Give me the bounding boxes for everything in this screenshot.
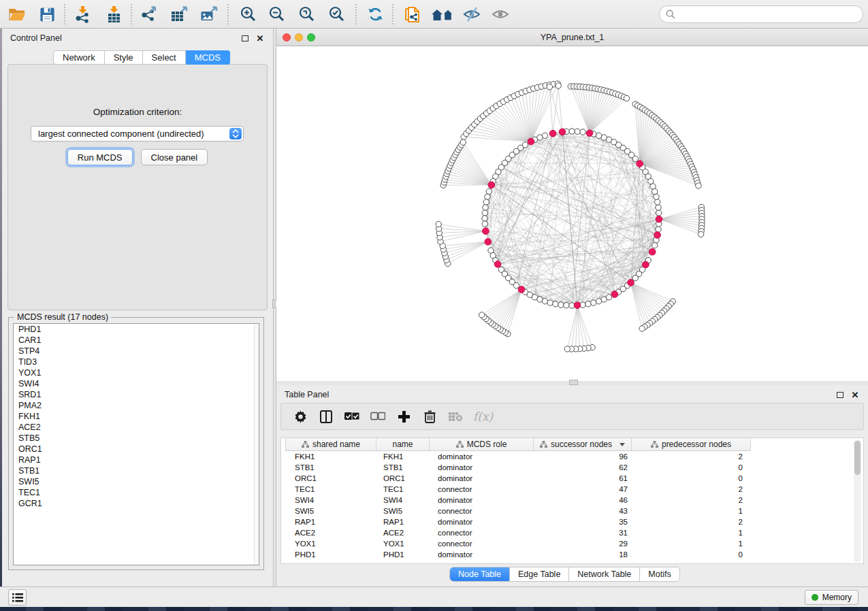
network-hub-node[interactable] <box>559 129 566 135</box>
network-node[interactable] <box>483 199 489 205</box>
cell-name[interactable]: SWI5 <box>376 506 430 516</box>
close-panel-button[interactable]: ✕ <box>850 390 860 399</box>
cell-shared[interactable]: TEC1 <box>285 484 376 495</box>
network-node[interactable] <box>553 301 558 307</box>
search-input[interactable] <box>679 10 863 20</box>
cell-name[interactable]: ORC1 <box>376 473 430 484</box>
network-leaf-node[interactable] <box>436 221 441 227</box>
mcds-result-item[interactable]: PHD1 <box>14 324 259 335</box>
mcds-result-item[interactable]: TEC1 <box>14 487 259 498</box>
cell-pred[interactable]: 0 <box>632 462 751 473</box>
first-neighbors-button[interactable] <box>429 3 457 26</box>
cell-name[interactable]: ACE2 <box>376 527 430 538</box>
network-node[interactable] <box>485 194 490 199</box>
cell-succ[interactable]: 47 <box>534 484 632 495</box>
cell-pred[interactable]: 2 <box>632 484 751 495</box>
cell-succ[interactable]: 46 <box>534 495 632 506</box>
cell-pred[interactable]: 2 <box>632 495 751 506</box>
network-hub-node[interactable] <box>485 239 492 246</box>
cell-succ[interactable]: 96 <box>534 451 632 462</box>
cell-role[interactable]: dominator <box>430 516 534 527</box>
tab-edge-table[interactable]: Edge Table <box>509 567 568 581</box>
cell-pred[interactable]: 1 <box>632 538 751 549</box>
cell-role[interactable]: dominator <box>430 473 534 484</box>
cell-role[interactable]: dominator <box>430 451 534 462</box>
column-header-name[interactable]: name <box>376 438 430 451</box>
network-leaf-node[interactable] <box>696 183 701 188</box>
network-node[interactable] <box>483 205 488 210</box>
cell-name[interactable]: RAP1 <box>376 516 430 527</box>
zoom-fit-button[interactable] <box>295 3 319 26</box>
network-hub-node[interactable] <box>549 130 556 137</box>
cell-role[interactable]: connector <box>430 538 534 549</box>
network-leaf-node[interactable] <box>624 95 629 101</box>
cell-succ[interactable]: 61 <box>534 473 632 484</box>
cell-shared[interactable]: STB1 <box>285 462 376 473</box>
zoom-out-button[interactable] <box>266 3 289 26</box>
zoom-in-button[interactable] <box>237 3 260 26</box>
network-hub-node[interactable] <box>628 280 634 286</box>
select-all-button[interactable] <box>344 408 360 425</box>
export-image-button[interactable] <box>197 3 221 26</box>
network-hub-node[interactable] <box>494 261 501 268</box>
table-row[interactable]: RAP1RAP1dominator352 <box>285 516 751 527</box>
network-node[interactable] <box>547 300 553 306</box>
cell-pred[interactable]: 2 <box>632 516 751 527</box>
network-node[interactable] <box>652 242 658 248</box>
float-panel-button[interactable] <box>240 33 250 43</box>
network-window-titlebar[interactable]: YPA_prune.txt_1 <box>276 29 868 46</box>
criterion-select[interactable]: largest connected component (undirected) <box>31 126 244 142</box>
clear-selection-button[interactable] <box>370 408 386 425</box>
clone-network-button[interactable] <box>400 3 423 26</box>
mcds-result-item[interactable]: RAP1 <box>14 455 259 465</box>
network-hub-node[interactable] <box>574 302 581 309</box>
cell-pred[interactable]: 0 <box>632 473 751 484</box>
open-session-button[interactable] <box>5 3 29 26</box>
network-leaf-node[interactable] <box>556 83 561 88</box>
mcds-result-item[interactable]: CAR1 <box>14 335 259 346</box>
mcds-result-item[interactable]: ACE2 <box>14 422 259 433</box>
column-header-shared[interactable]: shared name <box>285 438 376 451</box>
table-row[interactable]: PHD1PHD1dominator180 <box>285 549 751 560</box>
cell-name[interactable]: SWI4 <box>376 495 430 506</box>
network-node[interactable] <box>655 199 660 205</box>
cell-name[interactable]: TEC1 <box>376 484 430 495</box>
cell-role[interactable]: dominator <box>430 549 534 560</box>
network-node[interactable] <box>606 295 611 300</box>
network-hub-node[interactable] <box>518 286 525 293</box>
cell-name[interactable]: PHD1 <box>376 549 430 560</box>
cell-shared[interactable]: ACE2 <box>285 527 376 538</box>
table-row[interactable]: ACE2ACE2connector311 <box>285 527 751 538</box>
network-node[interactable] <box>575 129 580 134</box>
column-layout-button[interactable] <box>318 408 334 425</box>
list-scrollbar[interactable] <box>254 324 259 565</box>
network-node[interactable] <box>482 216 487 221</box>
sort-chevron-icon[interactable] <box>620 443 625 446</box>
network-node[interactable] <box>585 301 591 307</box>
cell-succ[interactable]: 62 <box>534 462 632 473</box>
mcds-result-item[interactable]: STB5 <box>14 433 259 444</box>
mcds-result-item[interactable]: STB1 <box>14 465 259 476</box>
cell-role[interactable]: dominator <box>430 495 534 506</box>
network-node[interactable] <box>591 300 596 306</box>
cell-role[interactable]: dominator <box>430 462 534 473</box>
mcds-result-list[interactable]: PHD1CAR1STP4TID3YOX1SWI4SRD1PMA2FKH1ACE2… <box>13 323 259 565</box>
cell-shared[interactable]: PHD1 <box>285 549 376 560</box>
cell-pred[interactable]: 1 <box>632 527 751 538</box>
column-header-succ[interactable]: successor nodes <box>534 438 632 451</box>
network-node[interactable] <box>580 129 585 135</box>
cell-succ[interactable]: 31 <box>534 527 632 538</box>
show-all-button[interactable] <box>489 3 512 26</box>
cell-shared[interactable]: YOX1 <box>285 538 376 549</box>
table-row[interactable]: TEC1TEC1connector472 <box>285 484 751 495</box>
scrollbar-thumb[interactable] <box>854 441 861 475</box>
network-hub-node[interactable] <box>656 216 662 222</box>
tab-select[interactable]: Select <box>143 50 186 65</box>
network-leaf-node[interactable] <box>698 231 703 237</box>
import-network-button[interactable] <box>71 3 94 26</box>
table-row[interactable]: ORC1ORC1dominator610 <box>285 473 751 484</box>
network-node[interactable] <box>482 221 487 227</box>
column-header-role[interactable]: MCDS role <box>430 438 534 451</box>
tab-node-table[interactable]: Node Table <box>450 567 509 581</box>
cell-succ[interactable]: 29 <box>534 538 632 549</box>
